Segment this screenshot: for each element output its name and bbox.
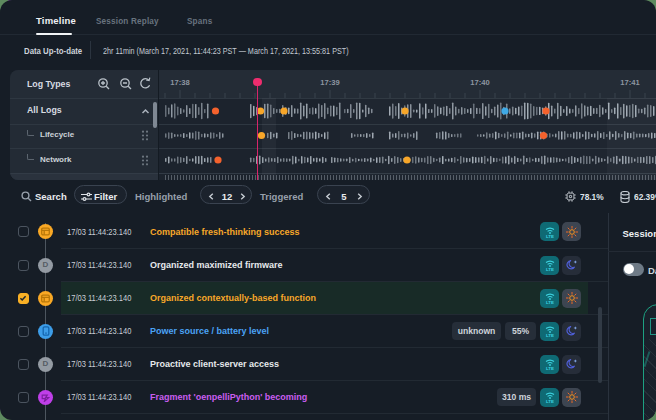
svg-text:LTE: LTE <box>546 399 554 404</box>
svg-text:LTE: LTE <box>546 333 554 338</box>
svg-text:LTE: LTE <box>546 234 554 239</box>
svg-text:LTE: LTE <box>546 300 554 305</box>
svg-text:LTE: LTE <box>546 267 554 272</box>
svg-text:LTE: LTE <box>546 366 554 371</box>
